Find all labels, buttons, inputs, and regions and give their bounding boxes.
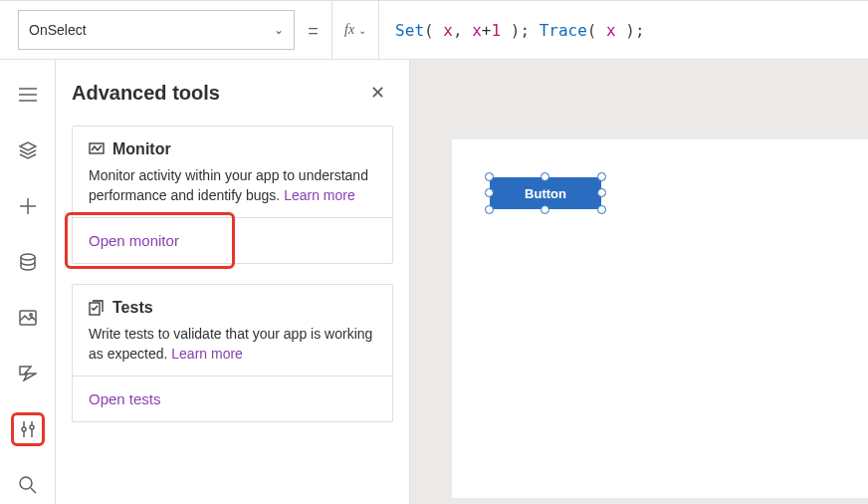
button-control-label: Button [525, 186, 566, 201]
artboard[interactable]: Button [452, 139, 868, 498]
svg-point-10 [20, 477, 32, 489]
panel-header: Advanced tools ✕ [72, 78, 393, 108]
media-icon[interactable] [11, 301, 45, 335]
data-icon[interactable] [11, 245, 45, 279]
monitor-card-title: Monitor [112, 140, 171, 158]
resize-handle[interactable] [485, 205, 494, 214]
tests-card-desc: Write tests to validate that your app is… [89, 325, 376, 364]
tests-card: Tests Write tests to validate that your … [72, 284, 393, 422]
svg-point-7 [29, 314, 31, 316]
resize-handle[interactable] [597, 188, 606, 197]
property-dropdown[interactable]: OnSelect ⌄ [18, 10, 295, 50]
resize-handle[interactable] [485, 172, 494, 181]
open-tests-link[interactable]: Open tests [89, 390, 161, 407]
resize-handle[interactable] [597, 205, 606, 214]
advanced-tools-icon[interactable] [11, 412, 45, 446]
panel-title: Advanced tools [72, 82, 220, 105]
resize-handle[interactable] [485, 188, 494, 197]
tests-learn-more-link[interactable]: Learn more [171, 346, 243, 362]
hamburger-icon[interactable] [11, 78, 45, 112]
resize-handle[interactable] [541, 205, 549, 214]
tree-view-icon[interactable] [11, 133, 45, 167]
main-area: Advanced tools ✕ Monitor Monitor activit… [0, 60, 868, 504]
chevron-down-icon: ⌄ [274, 23, 284, 37]
equals-label: = [295, 1, 332, 59]
button-control[interactable]: Button [490, 177, 601, 209]
fx-button[interactable]: fx ⌄ [332, 1, 379, 59]
svg-point-5 [21, 254, 35, 260]
formula-input[interactable]: Set( x, x+1 ); Trace( x ); [379, 1, 868, 59]
svg-line-11 [31, 488, 36, 493]
monitor-card: Monitor Monitor activity within your app… [72, 126, 393, 264]
tests-card-title: Tests [112, 299, 153, 317]
close-icon[interactable]: ✕ [362, 78, 393, 108]
resize-handle[interactable] [541, 172, 549, 181]
formula-bar: OnSelect ⌄ = fx ⌄ Set( x, x+1 ); Trace( … [0, 0, 868, 60]
svg-point-8 [22, 427, 26, 431]
fx-label: fx [344, 22, 354, 38]
power-automate-icon[interactable] [11, 357, 45, 390]
monitor-icon [89, 142, 105, 156]
advanced-tools-panel: Advanced tools ✕ Monitor Monitor activit… [56, 60, 410, 504]
left-rail [0, 60, 56, 504]
search-icon[interactable] [11, 468, 45, 502]
monitor-learn-more-link[interactable]: Learn more [284, 187, 355, 203]
svg-point-9 [30, 425, 34, 429]
tests-icon [89, 300, 105, 316]
canvas-area[interactable]: Button [410, 60, 868, 504]
monitor-card-desc: Monitor activity within your app to unde… [89, 166, 376, 205]
chevron-down-icon: ⌄ [358, 25, 366, 36]
open-monitor-link[interactable]: Open monitor [89, 232, 179, 249]
property-value: OnSelect [29, 22, 87, 38]
resize-handle[interactable] [597, 172, 606, 181]
insert-icon[interactable] [11, 189, 45, 223]
